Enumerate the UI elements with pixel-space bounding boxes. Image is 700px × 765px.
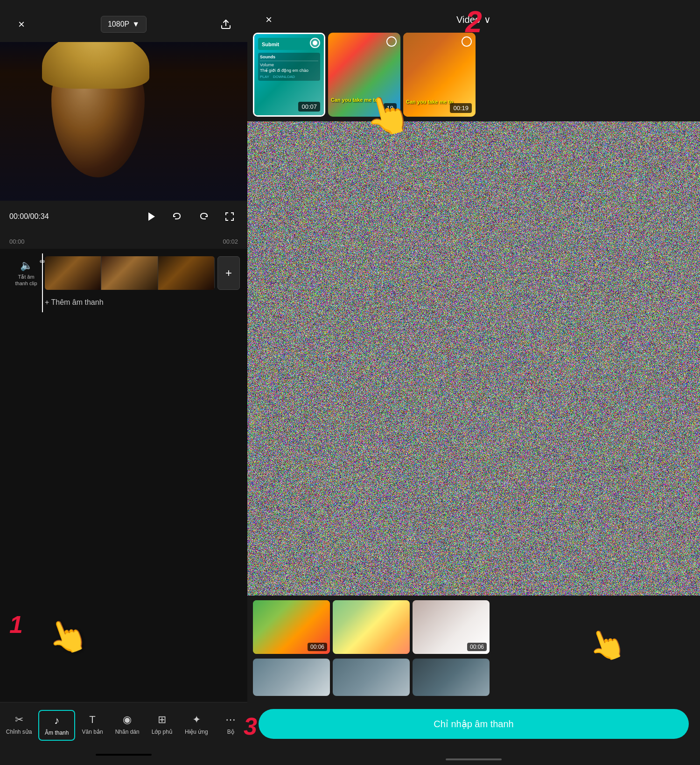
- playhead: [42, 253, 43, 312]
- undo-button[interactable]: [169, 208, 186, 225]
- text-icon: T: [89, 714, 95, 726]
- video-thumbnails-row: Submit Sounds Volume Thế giới đi động em…: [247, 33, 700, 121]
- control-buttons: [143, 208, 238, 225]
- left-panel: × 1080P ▼: [0, 0, 247, 765]
- right-home-indicator: [446, 758, 502, 760]
- effects-icon: ✦: [192, 714, 201, 726]
- edit-icon: ✂: [15, 714, 23, 726]
- sticker-icon: ◉: [123, 714, 132, 726]
- tool-sticker[interactable]: ◉ Nhãn dán: [110, 710, 145, 741]
- timeline-ruler: 00:00 00:02: [0, 236, 247, 249]
- audio-icon: ♪: [54, 715, 59, 727]
- more-label: Bộ: [227, 729, 234, 735]
- bottom-thumb-3[interactable]: 00:06: [413, 600, 490, 654]
- video-track-row: 🔈 Tắt âm thanh clip ✏: [0, 253, 247, 293]
- tool-text[interactable]: T Văn bản: [76, 710, 109, 741]
- import-audio-container: 3 Chỉ nhập âm thanh: [253, 704, 694, 748]
- resolution-button[interactable]: 1080P ▼: [101, 16, 147, 33]
- step1-hand-cursor: 👆: [42, 611, 93, 661]
- audio-label: Âm thanh: [45, 730, 69, 736]
- tool-more[interactable]: ⋯ Bộ: [214, 710, 247, 741]
- noise-area: [247, 121, 700, 596]
- thumb2-check: [386, 36, 397, 47]
- thumbnail-1[interactable]: Submit Sounds Volume Thế giới đi động em…: [253, 33, 325, 117]
- sticker-label: Nhãn dán: [115, 729, 140, 735]
- bottom-thumb-row2-1[interactable]: [253, 659, 330, 696]
- mute-icon-area[interactable]: 🔈 Tắt âm thanh clip ✏: [7, 260, 45, 287]
- strip-frame-1: [45, 256, 101, 290]
- bottom-thumb-row2-2[interactable]: [333, 659, 410, 696]
- thumb3-duration: 00:19: [450, 103, 472, 113]
- step2-badge: 2: [465, 5, 482, 39]
- more-icon: ⋯: [225, 714, 236, 726]
- timeline-controls: 00:00/00:34: [0, 201, 247, 236]
- video-track-content: [45, 256, 215, 290]
- tool-audio[interactable]: ♪ Âm thanh: [38, 710, 75, 741]
- home-indicator: [96, 754, 152, 756]
- overlay-icon: ⊞: [158, 714, 166, 726]
- left-header: × 1080P ▼: [0, 0, 247, 42]
- tool-effects[interactable]: ✦ Hiệu ứng: [179, 710, 214, 741]
- add-clip-button[interactable]: +: [217, 256, 240, 290]
- overlay-label: Lớp phủ: [152, 729, 173, 735]
- close-button[interactable]: ×: [11, 14, 32, 35]
- bottom-thumb-1[interactable]: 00:06: [253, 600, 330, 654]
- video-preview: [0, 42, 247, 201]
- time-display: 00:00/00:34: [9, 208, 238, 225]
- step3-badge: 3: [244, 712, 257, 740]
- right-close-button[interactable]: ×: [259, 9, 279, 30]
- time-counter: 00:00/00:34: [9, 212, 49, 221]
- bottom-thumb-row2-3[interactable]: [413, 659, 490, 696]
- tool-edit[interactable]: ✂ Chỉnh sửa: [0, 710, 38, 741]
- right-panel: × Video ∨ 2 Submit Sounds Volume Thế: [247, 0, 700, 765]
- strip-frame-2: [101, 256, 158, 290]
- import-audio-button[interactable]: Chỉ nhập âm thanh: [259, 709, 689, 739]
- strip-frame-3: [158, 256, 215, 290]
- add-audio-row[interactable]: + Thêm âm thanh: [0, 293, 247, 312]
- toolbar: ✂ Chỉnh sửa ♪ Âm thanh T Văn bản ◉ Nhãn …: [0, 702, 247, 750]
- bottom-thumb-2[interactable]: [333, 600, 410, 654]
- thumb1-duration: 00:07: [298, 102, 320, 112]
- text-label: Văn bản: [82, 729, 103, 735]
- play-button[interactable]: [143, 208, 160, 225]
- bottom-thumbs-row1: 00:06 00:06: [247, 596, 700, 659]
- mute-icon: 🔈: [20, 260, 33, 272]
- step1-badge: 1: [9, 612, 23, 637]
- video-strip[interactable]: [45, 256, 215, 290]
- edit-label: Chỉnh sửa: [6, 729, 32, 735]
- tool-overlay[interactable]: ⊞ Lớp phủ: [146, 710, 178, 741]
- import-audio-label: Chỉ nhập âm thanh: [434, 718, 513, 730]
- bottom-thumbs-row2: [247, 659, 700, 701]
- timeline-area: 🔈 Tắt âm thanh clip ✏: [0, 249, 247, 702]
- effects-label: Hiệu ứng: [185, 729, 208, 735]
- export-button[interactable]: [216, 14, 236, 35]
- bt3-duration: 00:06: [467, 643, 487, 651]
- bt1-duration: 00:06: [308, 643, 327, 651]
- svg-marker-1: [148, 212, 155, 221]
- mute-label: Tắt âm thanh clip: [15, 274, 37, 287]
- thumbnail-3[interactable]: Can you take me to 00:19: [403, 33, 476, 117]
- fullscreen-button[interactable]: [221, 208, 238, 225]
- redo-button[interactable]: [195, 208, 212, 225]
